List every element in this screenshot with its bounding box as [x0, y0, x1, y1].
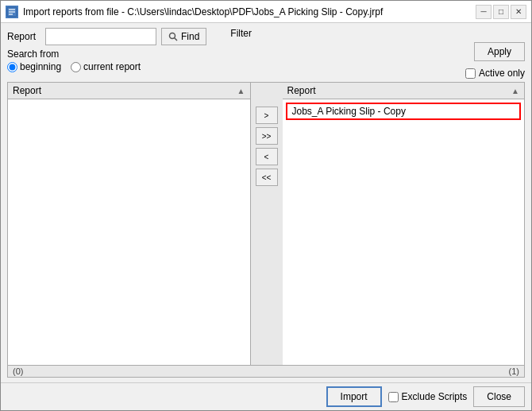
svg-point-4 [170, 33, 175, 39]
lists-footer: (0) (1) [8, 365, 524, 377]
right-list-body[interactable]: Jobs_A Picking Slip - Copy [283, 99, 525, 365]
radio-row: beginning current report [7, 61, 206, 72]
exclude-scripts-container: Exclude Scripts [388, 391, 468, 402]
move-all-left-button[interactable]: << [256, 169, 278, 186]
report-row: Report Find [7, 28, 206, 45]
apply-button[interactable]: Apply [474, 42, 525, 61]
right-list-title: Report [287, 85, 316, 96]
transfer-buttons: > >> < << [251, 83, 283, 365]
radio-beginning-label: beginning [20, 61, 61, 72]
bottom-bar: Import Exclude Scripts Close [1, 382, 531, 410]
close-button[interactable]: Close [473, 386, 525, 407]
report-label: Report [7, 31, 40, 42]
search-from-label: Search from [7, 48, 206, 60]
titlebar: Import reports from file - C:\Users\lind… [1, 1, 531, 23]
move-right-button[interactable]: > [256, 107, 278, 124]
radio-beginning[interactable]: beginning [7, 61, 61, 72]
bottom-actions: Import Exclude Scripts Close [326, 386, 525, 407]
svg-line-5 [175, 38, 178, 41]
left-list-panel: Report ▲ [8, 83, 251, 365]
main-content: Report Find Search from [1, 23, 531, 382]
find-icon [168, 32, 178, 41]
report-input[interactable] [45, 28, 156, 45]
exclude-scripts-checkbox[interactable] [388, 392, 399, 402]
left-list-header: Report ▲ [8, 83, 250, 99]
radio-current-report[interactable]: current report [71, 61, 141, 72]
minimize-button[interactable]: ─ [476, 5, 492, 19]
left-list-count: (0) [13, 366, 23, 376]
filter-title: Filter [230, 28, 525, 39]
search-from-section: Search from beginning current report [7, 48, 206, 72]
close-window-button[interactable]: ✕ [511, 5, 526, 19]
radio-current-report-label: current report [83, 61, 141, 72]
active-only-checkbox[interactable] [465, 68, 476, 79]
exclude-scripts-label: Exclude Scripts [402, 391, 468, 402]
report-item-0[interactable]: Jobs_A Picking Slip - Copy [286, 103, 522, 120]
filter-section: Filter Apply Active only [230, 28, 525, 79]
titlebar-left: Import reports from file - C:\Users\lind… [6, 6, 383, 18]
window-icon [6, 6, 18, 18]
window-title: Import reports from file - C:\Users\lind… [23, 6, 383, 17]
main-window: Import reports from file - C:\Users\lind… [0, 0, 532, 411]
find-button[interactable]: Find [161, 28, 206, 45]
left-list-arrow: ▲ [237, 87, 245, 95]
right-list-header: Report ▲ [283, 83, 525, 99]
left-list-body[interactable] [8, 99, 250, 365]
titlebar-buttons: ─ □ ✕ [476, 5, 526, 19]
right-list-arrow: ▲ [511, 87, 519, 95]
top-section: Report Find Search from [7, 28, 525, 79]
move-all-right-button[interactable]: >> [256, 127, 278, 145]
active-only-label: Active only [479, 68, 525, 79]
maximize-button[interactable]: □ [493, 5, 509, 19]
lists-container: Report ▲ > >> < << Report [8, 83, 524, 365]
report-area: Report Find Search from [7, 28, 206, 72]
active-only-row[interactable]: Active only [465, 68, 525, 79]
right-list-panel: Report ▲ Jobs_A Picking Slip - Copy [283, 83, 525, 365]
move-left-button[interactable]: < [256, 148, 278, 165]
import-button[interactable]: Import [326, 386, 382, 407]
right-list-count: (1) [509, 366, 519, 376]
left-list-title: Report [13, 85, 41, 96]
